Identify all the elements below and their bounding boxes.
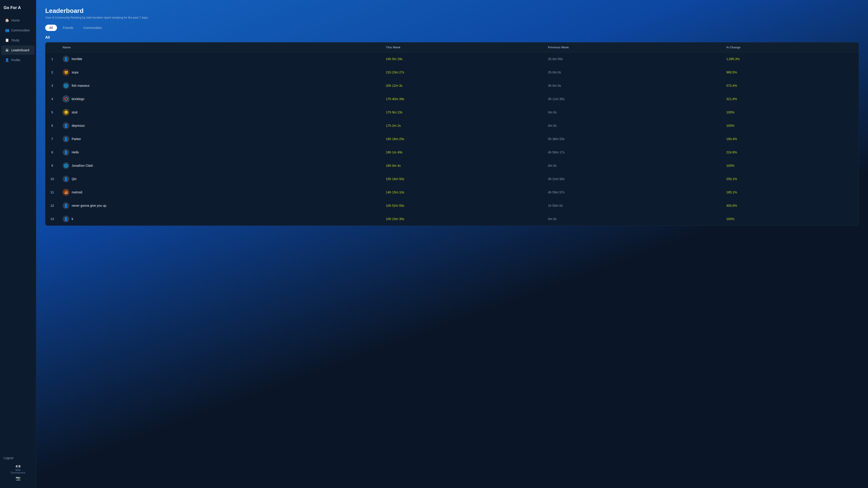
pct-change-cell: 100% [723, 213, 859, 226]
username: metroid [72, 191, 82, 194]
col-prev-week: Previous Week [544, 42, 723, 53]
prev-week-cell: 2h 0m 0s [544, 66, 723, 79]
username: depresso [72, 124, 85, 127]
this-week-cell: 20h 12m 3s [382, 79, 544, 92]
user-cell: 🌐 fish masseur [59, 79, 382, 92]
user-cell: 👤 never gonna give you up [59, 199, 382, 213]
logout-button[interactable]: Logout [4, 455, 32, 461]
username: Jonathon Clark [72, 164, 93, 167]
pct-change-cell: 1,095.3% [723, 53, 859, 66]
this-week-cell: 17h 9m 23s [382, 106, 544, 119]
aspect-desc: WebDevelopment [4, 468, 32, 474]
user-cell: 👤 horrible [59, 53, 382, 66]
tab-all[interactable]: All [45, 25, 57, 31]
prev-week-cell: 1h 50m 0s [544, 199, 723, 213]
prev-week-cell: 4h 59m 57s [544, 186, 723, 199]
rank-cell: 8 [45, 146, 59, 159]
communities-icon: 👥 [5, 28, 9, 32]
table-row: 11 🦊 metroid 14h 15m 10s 4h 59m 57s 185.… [45, 186, 859, 199]
username: soya [72, 70, 79, 74]
this-week-cell: 17h 2m 2s [382, 119, 544, 132]
user-cell: 👤 Parker [59, 132, 382, 146]
rank-cell: 12 [45, 199, 59, 213]
main-content: Leaderboard User & Community Ranking by … [36, 0, 868, 488]
prev-week-cell: 3h 0m 0s [544, 79, 723, 92]
sidebar-item-label-home: Home [11, 19, 20, 22]
table-row: 1 👤 horrible 24h 5m 29s 2h 0m 55s 1,095.… [45, 53, 859, 66]
user-cell: 🐱 soya [59, 66, 382, 79]
this-week-cell: 10h 52m 55s [382, 199, 544, 213]
instagram-icon[interactable]: 📷 [4, 476, 32, 481]
rank-cell: 9 [45, 159, 59, 172]
sidebar-item-label-leaderboard: Leaderboard [11, 48, 29, 52]
col-rank [45, 42, 59, 53]
this-week-cell: 21h 23m 27s [382, 66, 544, 79]
user-cell: 😊 stuti [59, 106, 382, 119]
this-week-cell: 16h 1m 49s [382, 146, 544, 159]
sidebar-item-communities[interactable]: 👥 Communities [1, 26, 35, 35]
user-cell: ⭕ bricklego [59, 92, 382, 106]
prev-week-cell: 0m 0s [544, 213, 723, 226]
profile-icon: 👤 [5, 58, 9, 62]
aspect-ratio: 4:9 [4, 464, 32, 468]
sidebar-item-leaderboard[interactable]: 🏛 Leaderboard [1, 45, 35, 55]
leaderboard-table: Name This Week Previous Week % Change 1 … [45, 42, 859, 226]
pct-change-cell: 224.6% [723, 146, 859, 159]
this-week-cell: 16h 18m 25s [382, 132, 544, 146]
table-row: 9 🌐 Jonathon Clark 16h 0m 4s 0m 0s 100% [45, 159, 859, 172]
rank-cell: 10 [45, 172, 59, 186]
table-row: 10 👤 Qin 15h 16m 50s 4h 21m 50s 250.1% [45, 172, 859, 186]
sidebar-item-label-profile: Profile [11, 58, 20, 62]
rank-cell: 5 [45, 106, 59, 119]
username: Parker [72, 137, 81, 141]
user-cell: 👤 Qin [59, 172, 382, 186]
table-row: 6 👤 depresso 17h 2m 2s 0m 0s 100% [45, 119, 859, 132]
tab-friends[interactable]: Friends [59, 25, 78, 31]
rank-cell: 3 [45, 79, 59, 92]
table-row: 7 👤 Parker 16h 18m 25s 5h 36m 53s 190.4% [45, 132, 859, 146]
rank-cell: 13 [45, 213, 59, 226]
username: Qin [72, 177, 76, 181]
table-row: 4 ⭕ bricklego 17h 40m 39s 4h 11m 35s 321… [45, 92, 859, 106]
tab-communities[interactable]: Communities [79, 25, 106, 31]
sidebar-item-home[interactable]: 🏠 Home [1, 15, 35, 25]
col-pct-change: % Change [723, 42, 859, 53]
pct-change-cell: 969.5% [723, 66, 859, 79]
page-subtitle: User & Community Ranking by total durati… [45, 16, 859, 19]
user-cell: 🦊 metroid [59, 186, 382, 199]
table-row: 13 👤 k 10h 23m 35s 0m 0s 100% [45, 213, 859, 226]
this-week-cell: 16h 0m 4s [382, 159, 544, 172]
rank-cell: 6 [45, 119, 59, 132]
username: k [72, 217, 73, 221]
table-row: 5 😊 stuti 17h 9m 23s 0m 0s 100% [45, 106, 859, 119]
pct-change-cell: 100% [723, 119, 859, 132]
prev-week-cell: 4h 56m 17s [544, 146, 723, 159]
prev-week-cell: 0m 0s [544, 106, 723, 119]
app-logo: Go For A [0, 4, 36, 15]
sidebar-item-study[interactable]: 📋 Study [1, 35, 35, 45]
rank-cell: 7 [45, 132, 59, 146]
rank-cell: 2 [45, 66, 59, 79]
tabs: All Friends Communities [45, 25, 859, 31]
sidebar-bottom: Logout 4:9 WebDevelopment 📷 [0, 452, 36, 484]
page-title: Leaderboard [45, 7, 859, 14]
username: stuti [72, 110, 78, 114]
user-cell: 👤 k [59, 213, 382, 226]
this-week-cell: 24h 5m 29s [382, 53, 544, 66]
user-cell: 🌐 Jonathon Clark [59, 159, 382, 172]
home-icon: 🏠 [5, 18, 9, 22]
username: never gonna give you up [72, 204, 106, 207]
sidebar-item-profile[interactable]: 👤 Profile [1, 55, 35, 65]
this-week-cell: 17h 40m 39s [382, 92, 544, 106]
this-week-cell: 10h 23m 35s [382, 213, 544, 226]
col-this-week: This Week [382, 42, 544, 53]
this-week-cell: 14h 15m 10s [382, 186, 544, 199]
pct-change-cell: 493.6% [723, 199, 859, 213]
sidebar-item-label-study: Study [11, 38, 20, 42]
pct-change-cell: 100% [723, 106, 859, 119]
prev-week-cell: 5h 36m 53s [544, 132, 723, 146]
prev-week-cell: 2h 0m 55s [544, 53, 723, 66]
rank-cell: 11 [45, 186, 59, 199]
leaderboard-icon: 🏛 [5, 48, 9, 52]
rank-cell: 1 [45, 53, 59, 66]
